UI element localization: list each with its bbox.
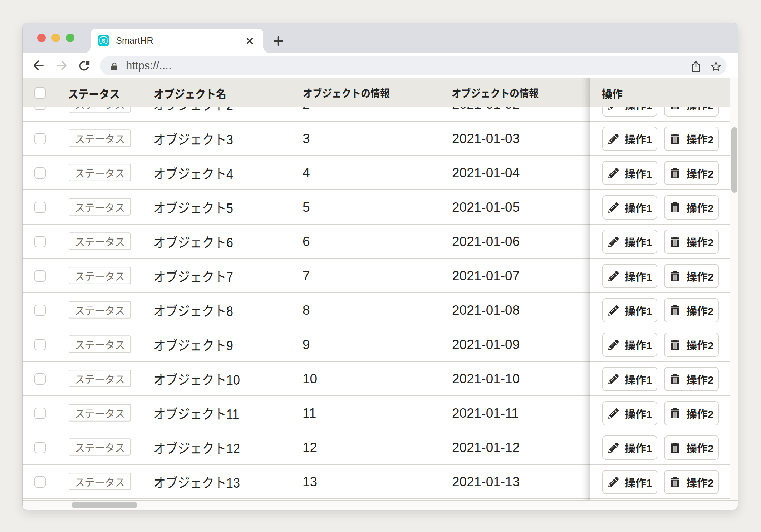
svg-text:S: S bbox=[102, 38, 105, 44]
